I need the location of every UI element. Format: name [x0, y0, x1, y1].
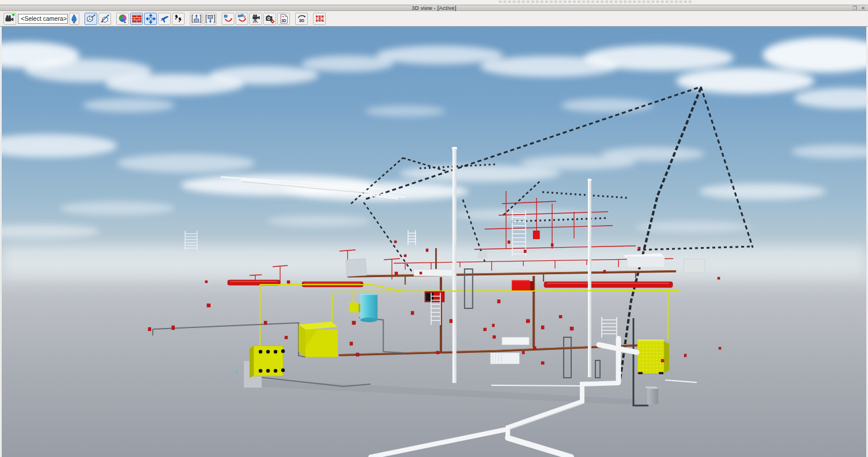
- btn-record-path-2[interactable]: 2: [236, 13, 248, 25]
- svg-text:3D: 3D: [299, 18, 304, 22]
- camera-select-value: <Select camera>: [21, 15, 67, 22]
- restore-window-button[interactable]: ❐: [852, 6, 857, 11]
- btn-navigate-box[interactable]: [84, 13, 97, 25]
- rotate-3d-icon: 3D: [297, 14, 307, 24]
- btn-restore-camera-position[interactable]: [204, 13, 216, 25]
- btn-render-colors[interactable]: [116, 13, 129, 25]
- pan-arrows-icon: [146, 14, 156, 24]
- brick-wall-icon: [132, 14, 142, 23]
- cube-arrow-icon: [86, 14, 96, 23]
- small-yellow-junction-box: [350, 303, 361, 312]
- svg-text:3D: 3D: [281, 18, 286, 22]
- color-sphere-icon: [118, 14, 128, 24]
- footsteps-icon: [174, 14, 183, 24]
- btn-pan-mode[interactable]: [144, 13, 157, 25]
- camera-select-dropdown[interactable]: <Select camera>: [18, 14, 68, 24]
- btn-add-camera[interactable]: [3, 13, 16, 25]
- brown-pole: [435, 248, 437, 269]
- tripod-camera-icon: [251, 14, 261, 24]
- btn-video-camera[interactable]: [249, 13, 262, 25]
- clipped-parent-title: [499, 1, 693, 3]
- droplet-arrow-icon: [70, 14, 78, 24]
- window-title-bar[interactable]: 3D view - [Active] ❐ ✕: [0, 5, 868, 11]
- btn-red-wireframe-grid[interactable]: [313, 13, 326, 25]
- camera-gear-icon: [265, 14, 275, 24]
- cube-pointer-icon: [100, 14, 110, 23]
- btn-drop-camera[interactable]: [69, 13, 79, 25]
- red-curve-arrow-2-icon: 2: [237, 14, 247, 23]
- btn-export-3d-document[interactable]: 3D: [277, 13, 290, 25]
- red-truss-icon: [315, 14, 325, 23]
- yellow-switchboard-with-ports: [249, 346, 285, 378]
- cyan-tank: [361, 294, 378, 322]
- close-window-button[interactable]: ✕: [861, 6, 865, 11]
- yellow-cabinet-right: [638, 340, 670, 374]
- 3d-viewport[interactable]: [0, 27, 868, 457]
- btn-fly-mode[interactable]: [158, 13, 171, 25]
- btn-record-path[interactable]: [222, 13, 234, 25]
- 3d-view-toolbar: <Select camera>: [0, 11, 868, 27]
- box-arrow-up-icon: [192, 14, 201, 24]
- red-curve-arrow-icon: [223, 14, 233, 23]
- btn-store-camera-position[interactable]: [190, 13, 203, 25]
- btn-walk-mode[interactable]: [172, 13, 185, 25]
- airplane-icon: [160, 14, 170, 24]
- btn-rotate-3d-view[interactable]: 3D: [295, 13, 308, 25]
- red-equipment-box: [512, 280, 534, 290]
- camera-plus-icon: [5, 14, 15, 24]
- svg-text:2: 2: [244, 15, 246, 19]
- window-title: 3D view - [Active]: [412, 5, 457, 11]
- btn-camera-settings[interactable]: [263, 13, 276, 25]
- btn-edit-box[interactable]: [98, 13, 111, 25]
- document-3d-icon: 3D: [279, 14, 288, 24]
- 3d-scene: [2, 27, 866, 457]
- box-arrow-down-icon: [205, 14, 215, 24]
- yellow-equipment-box: [299, 322, 338, 357]
- btn-materials-view[interactable]: [130, 13, 143, 25]
